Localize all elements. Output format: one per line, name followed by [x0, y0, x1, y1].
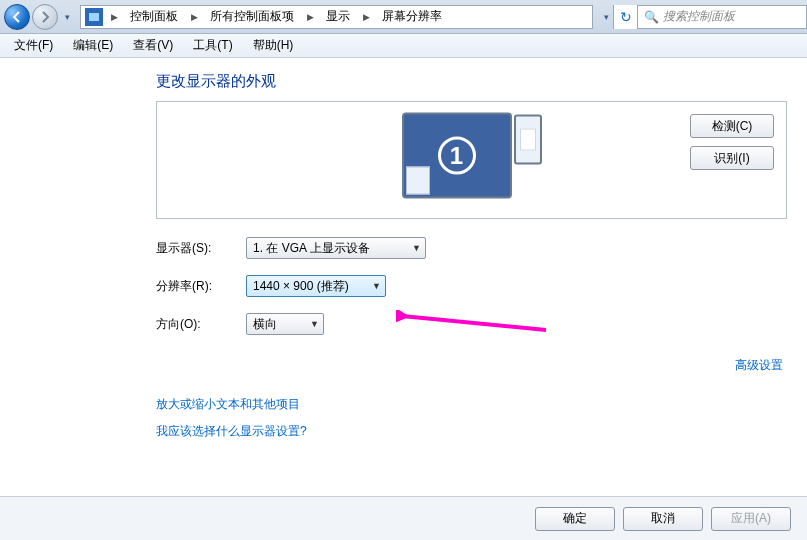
breadcrumb[interactable]: ▶ 控制面板 ▶ 所有控制面板项 ▶ 显示 ▶ 屏幕分辨率 [80, 5, 593, 29]
chevron-right-icon: ▶ [187, 12, 202, 22]
menu-view[interactable]: 查看(V) [123, 35, 183, 56]
display-label: 显示器(S): [156, 240, 246, 257]
help-link-text-size[interactable]: 放大或缩小文本和其他项目 [156, 397, 300, 411]
search-icon: 🔍 [644, 10, 659, 24]
back-button[interactable] [4, 4, 30, 30]
breadcrumb-seg-4[interactable]: 屏幕分辨率 [374, 6, 451, 28]
ok-button[interactable]: 确定 [535, 507, 615, 531]
menu-edit[interactable]: 编辑(E) [63, 35, 123, 56]
apply-button[interactable]: 应用(A) [711, 507, 791, 531]
dialog-footer: 确定 取消 应用(A) [0, 496, 807, 540]
chevron-down-icon: ▼ [372, 281, 381, 291]
chevron-right-icon: ▶ [303, 12, 318, 22]
chevron-right-icon: ▶ [107, 12, 122, 22]
monitor-1[interactable]: 1 [402, 113, 512, 199]
detect-button[interactable]: 检测(C) [690, 114, 774, 138]
chevron-down-icon: ▼ [412, 243, 421, 253]
search-input[interactable]: 🔍 搜索控制面板 [637, 5, 807, 29]
cancel-button[interactable]: 取消 [623, 507, 703, 531]
chevron-right-icon: ▶ [359, 12, 374, 22]
display-select[interactable]: 1. 在 VGA 上显示设备 ▼ [246, 237, 426, 259]
breadcrumb-seg-2[interactable]: 所有控制面板项 [202, 6, 303, 28]
breadcrumb-dropdown[interactable]: ▾ [599, 5, 613, 29]
resolution-select[interactable]: 1440 × 900 (推荐) ▼ [246, 275, 386, 297]
breadcrumb-seg-3[interactable]: 显示 [318, 6, 359, 28]
display-value: 1. 在 VGA 上显示设备 [253, 240, 370, 257]
page-title: 更改显示器的外观 [156, 72, 787, 91]
help-link-display-settings[interactable]: 我应该选择什么显示器设置? [156, 424, 307, 438]
control-panel-icon [85, 8, 103, 26]
forward-button[interactable] [32, 4, 58, 30]
history-dropdown[interactable]: ▾ [60, 5, 74, 29]
monitor-number: 1 [438, 137, 476, 175]
monitor-window-icon [406, 167, 430, 195]
display-preview: 1 检测(C) 识别(I) [156, 101, 787, 219]
menu-tools[interactable]: 工具(T) [183, 35, 242, 56]
search-placeholder: 搜索控制面板 [663, 8, 735, 25]
menu-file[interactable]: 文件(F) [4, 35, 63, 56]
advanced-settings-link[interactable]: 高级设置 [735, 358, 783, 372]
monitor-secondary-icon [514, 115, 542, 165]
chevron-down-icon: ▼ [310, 319, 319, 329]
orientation-label: 方向(O): [156, 316, 246, 333]
resolution-value: 1440 × 900 (推荐) [253, 278, 349, 295]
menu-help[interactable]: 帮助(H) [243, 35, 304, 56]
refresh-button[interactable]: ↻ [613, 5, 637, 29]
orientation-value: 横向 [253, 316, 277, 333]
resolution-label: 分辨率(R): [156, 278, 246, 295]
breadcrumb-seg-1[interactable]: 控制面板 [122, 6, 187, 28]
identify-button[interactable]: 识别(I) [690, 146, 774, 170]
orientation-select[interactable]: 横向 ▼ [246, 313, 324, 335]
